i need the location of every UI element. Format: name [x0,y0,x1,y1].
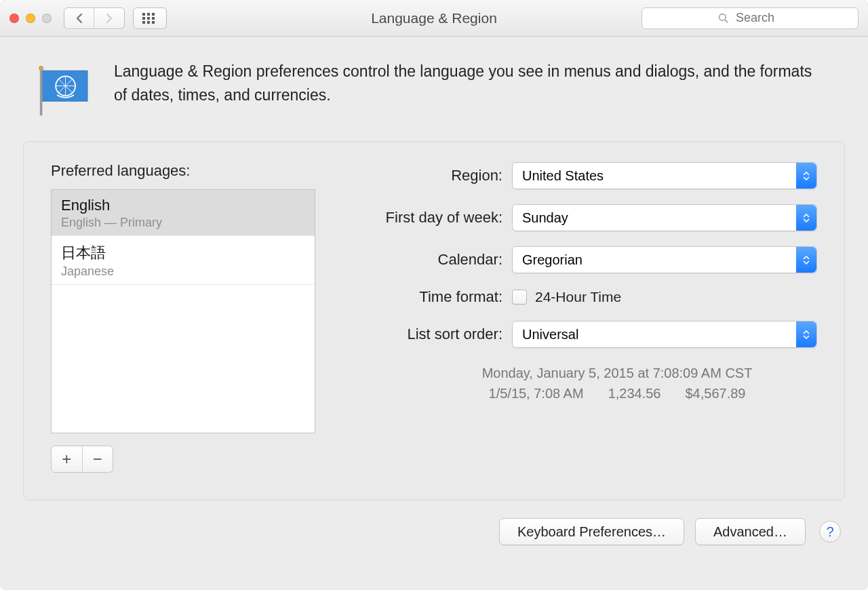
svg-rect-6 [142,21,145,24]
description-text: Language & Region preferences control th… [114,60,826,106]
first-day-label: First day of week: [342,209,512,227]
first-day-value: Sunday [522,210,568,226]
show-all-button[interactable] [133,7,167,29]
language-list[interactable]: English English — Primary 日本語 Japanese [51,189,315,433]
grid-icon [142,13,157,24]
preferred-languages-section: Preferred languages: English English — P… [51,162,315,473]
calendar-label: Calendar: [342,251,512,269]
search-icon [718,13,729,24]
language-subtitle: English — Primary [61,216,305,230]
footer: Keyboard Preferences… Advanced… ? [0,500,868,545]
svg-rect-3 [142,17,145,20]
svg-rect-0 [142,13,145,16]
minus-icon: − [93,450,102,469]
keyboard-preferences-button[interactable]: Keyboard Preferences… [499,518,684,545]
traffic-lights [9,14,52,23]
example-currency: $4,567.89 [685,383,745,404]
svg-point-18 [39,66,43,71]
svg-rect-1 [147,13,150,16]
plus-icon: + [62,450,71,469]
list-sort-label: List sort order: [342,326,512,343]
list-item[interactable]: 日本語 Japanese [52,236,315,285]
remove-language-button[interactable]: − [83,446,113,472]
minimize-window-button[interactable] [26,14,35,23]
chevron-left-icon [75,13,84,24]
add-remove-segmented: + − [51,446,113,473]
popup-stepper-icon [796,321,816,347]
svg-rect-5 [152,17,155,20]
popup-stepper-icon [796,163,816,189]
nav-back-forward [64,7,125,29]
region-settings-section: Region: United States First day of week:… [342,162,817,473]
example-long-date: Monday, January 5, 2015 at 7:08:09 AM CS… [417,363,817,383]
24-hour-time-label: 24-Hour Time [535,289,621,305]
svg-point-9 [719,14,726,20]
main-panel: Preferred languages: English English — P… [23,141,845,500]
search-field[interactable] [642,7,859,29]
search-input[interactable] [734,10,782,26]
calendar-value: Gregorian [522,252,583,268]
chevron-right-icon [104,13,114,24]
un-flag-icon [33,60,94,121]
back-button[interactable] [64,8,94,28]
svg-rect-4 [147,17,150,20]
preferred-languages-label: Preferred languages: [51,162,315,180]
region-value: United States [522,168,604,184]
calendar-popup[interactable]: Gregorian [512,246,817,273]
language-native-name: 日本語 [61,243,305,263]
popup-stepper-icon [796,247,816,273]
list-sort-popup[interactable]: Universal [512,321,817,348]
svg-rect-2 [152,13,155,16]
svg-rect-17 [40,68,43,116]
titlebar: Language & Region [0,0,868,37]
example-short-date: 1/5/15, 7:08 AM [489,383,584,404]
zoom-window-button[interactable] [42,14,52,23]
header-section: Language & Region preferences control th… [0,37,868,127]
time-format-label: Time format: [342,288,512,306]
svg-line-10 [725,20,728,22]
region-popup[interactable]: United States [512,162,817,189]
example-number: 1,234.56 [608,383,661,404]
advanced-button[interactable]: Advanced… [695,518,806,545]
language-native-name: English [61,197,305,214]
24-hour-time-checkbox[interactable] [512,290,527,304]
add-language-button[interactable]: + [52,446,83,472]
svg-rect-8 [152,21,155,24]
language-subtitle: Japanese [61,264,305,279]
region-label: Region: [342,167,512,184]
first-day-popup[interactable]: Sunday [512,204,817,231]
help-button[interactable]: ? [819,521,841,543]
svg-rect-7 [147,21,150,24]
help-icon: ? [826,524,833,540]
list-item[interactable]: English English — Primary [52,190,315,236]
list-sort-value: Universal [522,327,578,342]
preferences-window: Language & Region [0,0,868,590]
close-window-button[interactable] [9,14,19,23]
forward-button[interactable] [94,8,124,28]
format-example: Monday, January 5, 2015 at 7:08:09 AM CS… [417,363,817,404]
popup-stepper-icon [796,205,816,231]
